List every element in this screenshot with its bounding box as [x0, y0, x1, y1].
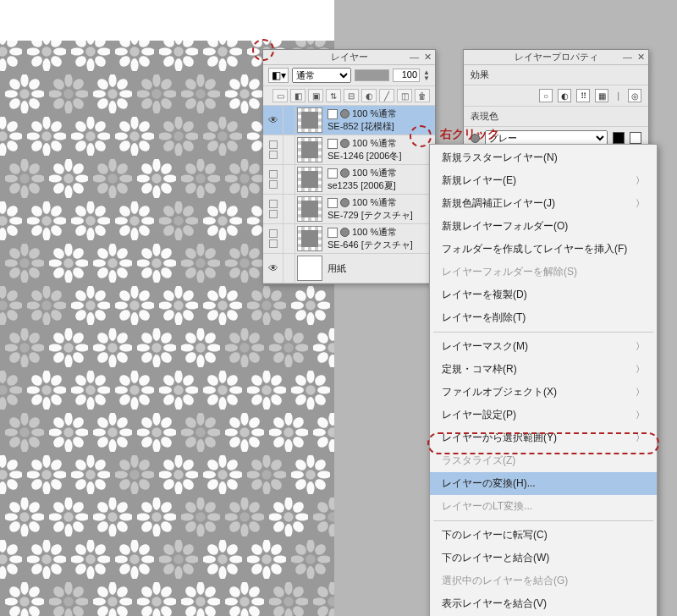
layer-thumbnail[interactable]: [297, 226, 322, 251]
palette-dropdown-icon[interactable]: ◧▾: [268, 68, 289, 83]
layer-thumbnail[interactable]: [297, 256, 322, 281]
svg-point-432: [152, 244, 160, 256]
lock-column[interactable]: [283, 165, 295, 194]
layer-row[interactable]: 👁100 %通常SE-852 [花模様]: [263, 106, 435, 135]
layer-row[interactable]: 👁用紙: [263, 254, 435, 283]
props-panel-title[interactable]: レイヤープロパティ — ✕: [464, 50, 648, 65]
svg-point-572: [27, 331, 42, 346]
spinner-down-icon[interactable]: ▼: [423, 75, 430, 81]
menu-item[interactable]: レイヤーの変換(H)...: [430, 472, 657, 495]
visibility-toggle[interactable]: 👁: [263, 106, 283, 135]
svg-point-1039: [294, 542, 309, 558]
svg-point-371: [203, 217, 216, 224]
svg-point-1092: [207, 597, 220, 605]
svg-point-711: [306, 371, 314, 383]
svg-point-734: [27, 415, 42, 431]
map-effect-icon[interactable]: ▦: [595, 89, 608, 102]
svg-point-581: [71, 331, 86, 346]
svg-point-536: [225, 289, 240, 304]
svg-point-347: [93, 204, 108, 219]
menu-item[interactable]: レイヤーマスク(M)〉: [430, 335, 657, 358]
menu-item[interactable]: 下のレイヤーと結合(W): [430, 547, 657, 569]
visibility-toggle[interactable]: [263, 224, 283, 253]
delete-layer-icon[interactable]: 🗑: [415, 89, 430, 102]
visibility-toggle[interactable]: [263, 135, 283, 164]
new-raster-icon[interactable]: ▭: [272, 89, 288, 102]
menu-item[interactable]: 表示レイヤーを結合(V): [430, 592, 657, 615]
blend-mode-select[interactable]: 通常: [292, 68, 351, 83]
svg-point-511: [93, 308, 108, 323]
svg-point-696: [229, 386, 242, 393]
close-icon[interactable]: ✕: [424, 52, 432, 63]
svg-point-631: [328, 355, 334, 367]
menu-item[interactable]: レイヤーから選択範囲(Y)〉: [430, 426, 657, 449]
svg-point-556: [313, 308, 328, 323]
mask-icon[interactable]: ◐: [361, 89, 377, 102]
visibility-toggle[interactable]: [263, 195, 283, 223]
layer-row[interactable]: 100 %通常SE-646 [テクスチャ]: [263, 224, 435, 254]
lock-column[interactable]: [283, 135, 295, 164]
svg-point-666: [86, 371, 94, 383]
svg-point-1076: [115, 585, 130, 600]
lock-column[interactable]: [283, 254, 295, 283]
swatch-black[interactable]: [613, 132, 625, 144]
new-vector-icon[interactable]: ◧: [290, 89, 305, 102]
minimize-icon[interactable]: —: [410, 52, 419, 63]
layer-thumbnail[interactable]: [297, 107, 322, 133]
svg-point-90: [64, 74, 72, 87]
clip-icon[interactable]: ◫: [397, 89, 412, 102]
extract-line-icon[interactable]: ◎: [628, 89, 641, 102]
svg-point-768: [207, 428, 220, 436]
menu-item[interactable]: 下のレイヤーに転写(C): [430, 524, 657, 547]
svg-point-854: [173, 470, 184, 480]
menu-item[interactable]: ファイルオブジェクト(X)〉: [430, 381, 657, 404]
border-effect-icon[interactable]: ○: [539, 89, 553, 102]
menu-item[interactable]: 新規レイヤー(E)〉: [430, 169, 657, 192]
menu-item[interactable]: 新規ラスターレイヤー(N): [430, 146, 657, 169]
grid-effect-icon[interactable]: ⠿: [576, 89, 590, 102]
menu-item[interactable]: レイヤーを複製(D): [430, 283, 657, 306]
layer-thumbnail[interactable]: [297, 137, 322, 162]
menu-item[interactable]: 新規レイヤーフォルダー(O): [430, 215, 657, 238]
svg-point-422: [63, 258, 74, 268]
minimize-icon[interactable]: —: [623, 52, 632, 63]
transfer-icon[interactable]: ⇅: [326, 89, 341, 102]
svg-point-258: [52, 181, 67, 196]
visibility-toggle[interactable]: 👁: [263, 254, 283, 283]
svg-point-454: [228, 246, 243, 261]
opacity-value[interactable]: 100: [393, 69, 420, 82]
menu-item[interactable]: レイヤー設定(P)〉: [430, 404, 657, 426]
opacity-slider[interactable]: [355, 69, 389, 81]
layer-thumbnail[interactable]: [297, 167, 322, 192]
svg-point-99: [108, 74, 116, 87]
menu-item[interactable]: 定規・コマ枠(R)〉: [430, 358, 657, 381]
new-folder-icon[interactable]: ▣: [308, 89, 323, 102]
svg-point-433: [152, 270, 160, 283]
svg-point-607: [184, 331, 199, 346]
lock-column[interactable]: [283, 224, 295, 253]
svg-point-761: [159, 415, 174, 431]
visibility-toggle[interactable]: [263, 165, 283, 194]
menu-item[interactable]: フォルダーを作成してレイヤーを挿入(F): [430, 238, 657, 261]
tone-effect-icon[interactable]: ◐: [558, 89, 571, 102]
svg-point-987: [30, 562, 45, 577]
menu-item[interactable]: レイヤーを削除(T): [430, 306, 657, 329]
lock-column[interactable]: [283, 195, 295, 223]
layer-row[interactable]: 100 %通常SE-1246 [2006冬]: [263, 135, 435, 165]
svg-point-910: [108, 524, 116, 536]
layer-thumbnail[interactable]: [297, 196, 322, 222]
ruler-icon[interactable]: ╱: [379, 89, 394, 102]
layers-panel-title[interactable]: レイヤー — ✕: [263, 50, 435, 65]
svg-point-275: [159, 162, 174, 177]
svg-point-835: [93, 477, 108, 492]
svg-point-821: [27, 470, 40, 478]
layer-row[interactable]: 100 %通常se1235 [2006夏]: [263, 165, 435, 195]
svg-point-778: [228, 415, 243, 431]
lock-column[interactable]: [283, 106, 295, 135]
close-icon[interactable]: ✕: [637, 52, 645, 63]
swatch-white[interactable]: [630, 132, 641, 144]
svg-point-557: [305, 300, 316, 311]
merge-icon[interactable]: ⊟: [344, 89, 359, 102]
menu-item[interactable]: 新規色調補正レイヤー(J)〉: [430, 192, 657, 215]
layer-row[interactable]: 100 %通常SE-729 [テクスチャ]: [263, 195, 435, 224]
